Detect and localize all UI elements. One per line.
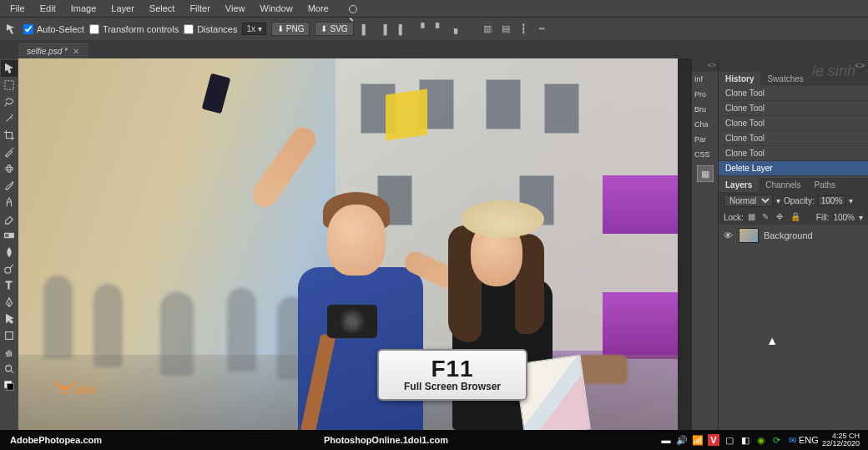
menu-view[interactable]: View — [219, 2, 252, 15]
canvas[interactable]: le sinh F11 Full Screen Browser — [18, 58, 678, 430]
blur-tool[interactable] — [1, 244, 18, 260]
tray-app-icon[interactable]: ▢ — [724, 434, 735, 446]
panel-properties[interactable]: Pro — [692, 87, 718, 102]
distribute-h-icon[interactable]: ▥ — [481, 23, 494, 36]
transform-controls-checkbox[interactable]: Transform controls — [89, 24, 179, 34]
tray-shield-icon[interactable]: V — [708, 434, 719, 446]
align-left-icon[interactable]: ▌ — [359, 23, 372, 36]
tab-history[interactable]: History — [719, 72, 760, 86]
align-hcenter-icon[interactable]: ▐ — [377, 23, 391, 36]
document-tab[interactable]: selfie.psd * ✕ — [18, 43, 88, 58]
crop-tool[interactable] — [1, 127, 18, 144]
scale-select[interactable]: 1x ▾ — [242, 23, 265, 35]
tray-app2-icon[interactable]: ◧ — [739, 434, 751, 446]
panel-brush[interactable]: Bru — [692, 102, 718, 117]
blend-mode-select[interactable]: Normal — [724, 195, 773, 207]
export-png-button[interactable]: ⬇ PNG — [271, 22, 310, 36]
pen-tool[interactable] — [1, 294, 18, 311]
shape-tool[interactable] — [1, 327, 18, 344]
zoom-tool[interactable] — [1, 361, 18, 377]
fill-label: Fill: — [816, 213, 830, 222]
tab-swatches[interactable]: Swatches — [760, 72, 810, 86]
distances-checkbox[interactable]: Distances — [184, 24, 237, 34]
tray-nvidia-icon[interactable]: ◉ — [755, 434, 767, 446]
svg-rect-2 — [8, 165, 11, 173]
move-tool-icon[interactable] — [5, 23, 18, 36]
heal-tool[interactable] — [1, 160, 18, 177]
tray-clock[interactable]: 4:25 CH22/12/2020 — [819, 432, 863, 447]
fill-input[interactable]: 100% — [833, 213, 855, 222]
svg-rect-10 — [7, 383, 13, 390]
lock-label: Lock: — [724, 213, 744, 222]
eyedropper-tool[interactable] — [1, 144, 18, 160]
svg-rect-1 — [6, 167, 13, 170]
tray-battery-icon[interactable]: ▬ — [660, 434, 672, 446]
export-svg-button[interactable]: ⬇ SVG — [315, 22, 353, 36]
history-item[interactable]: Clone Tool — [719, 146, 868, 161]
menu-select[interactable]: Select — [143, 2, 182, 15]
hotkey-key: F11 — [387, 356, 517, 382]
history-item[interactable]: Delete Layer — [719, 161, 868, 176]
menu-image[interactable]: Image — [64, 2, 103, 15]
distribute-spacing-v-icon[interactable]: ┅ — [536, 23, 549, 36]
expand-collapsed-icon[interactable]: <> — [692, 58, 718, 72]
panel-character[interactable]: Cha — [692, 117, 718, 132]
tab-paths[interactable]: Paths — [808, 178, 843, 192]
lock-transparent-icon[interactable]: ▦ — [748, 212, 758, 222]
menu-edit[interactable]: Edit — [33, 2, 63, 15]
align-top-icon[interactable]: ▝ — [414, 23, 427, 36]
move-tool[interactable] — [1, 60, 18, 77]
lock-move-icon[interactable]: ✥ — [776, 212, 786, 222]
auto-select-checkbox[interactable]: Auto-Select — [23, 24, 84, 34]
dodge-tool[interactable] — [1, 260, 18, 277]
clone-tool[interactable] — [1, 194, 18, 210]
history-item[interactable]: Clone Tool — [719, 131, 868, 146]
menu-layer[interactable]: Layer — [104, 2, 141, 15]
layer-thumbnail[interactable] — [739, 228, 759, 243]
tray-msg-icon[interactable]: ✉ — [787, 434, 799, 446]
lock-paint-icon[interactable]: ✎ — [762, 212, 772, 222]
collapse-panels-icon[interactable]: <> — [719, 58, 868, 72]
history-item[interactable]: Clone Tool — [719, 86, 868, 101]
align-right-icon[interactable]: ▌ — [396, 23, 409, 36]
hotkey-label: Full Screen Browser — [387, 381, 517, 392]
menu-filter[interactable]: Filter — [183, 2, 216, 15]
tray-wifi-icon[interactable]: 📶 — [692, 434, 704, 446]
marquee-tool[interactable] — [1, 77, 18, 94]
menu-window[interactable]: Window — [254, 2, 300, 15]
search-icon[interactable] — [342, 3, 356, 14]
eraser-tool[interactable] — [1, 210, 18, 227]
panel-paragraph[interactable]: Par — [692, 132, 718, 147]
gradient-tool[interactable] — [1, 227, 18, 244]
align-vcenter-icon[interactable]: ▘ — [432, 23, 446, 36]
canvas-area[interactable]: le sinh F11 Full Screen Browser — [18, 58, 691, 430]
path-select-tool[interactable] — [1, 311, 18, 327]
panel-thumb-icon[interactable]: ▦ — [697, 165, 714, 182]
panel-css[interactable]: CSS — [692, 147, 718, 162]
tray-lang[interactable]: ENG — [803, 434, 815, 446]
tray-sound-icon[interactable]: 🔊 — [676, 434, 688, 446]
tray-update-icon[interactable]: ⟳ — [771, 434, 783, 446]
close-tab-icon[interactable]: ✕ — [73, 47, 79, 56]
history-item[interactable]: Clone Tool — [719, 116, 868, 131]
menu-file[interactable]: File — [3, 2, 32, 15]
history-item[interactable]: Clone Tool — [719, 101, 868, 116]
type-tool[interactable]: T — [1, 277, 18, 294]
menu-more[interactable]: More — [301, 2, 336, 15]
collapsed-panels: <> Inf Pro Bru Cha Par CSS ▦ — [691, 58, 718, 430]
align-bottom-icon[interactable]: ▖ — [451, 23, 464, 36]
hand-tool[interactable] — [1, 344, 18, 361]
tab-layers[interactable]: Layers — [719, 178, 759, 192]
wand-tool[interactable] — [1, 110, 18, 127]
opacity-input[interactable]: 100% — [818, 195, 846, 206]
lasso-tool[interactable] — [1, 94, 18, 110]
layer-row[interactable]: 👁 Background — [719, 225, 868, 246]
tab-channels[interactable]: Channels — [759, 178, 807, 192]
brush-tool[interactable] — [1, 177, 18, 194]
color-swatch[interactable] — [1, 377, 18, 394]
distribute-v-icon[interactable]: ▤ — [499, 23, 512, 36]
lock-all-icon[interactable]: 🔒 — [790, 212, 800, 222]
panel-info[interactable]: Inf — [692, 72, 718, 87]
layer-visibility-icon[interactable]: 👁 — [724, 230, 734, 240]
distribute-spacing-h-icon[interactable]: ┇ — [517, 23, 531, 36]
